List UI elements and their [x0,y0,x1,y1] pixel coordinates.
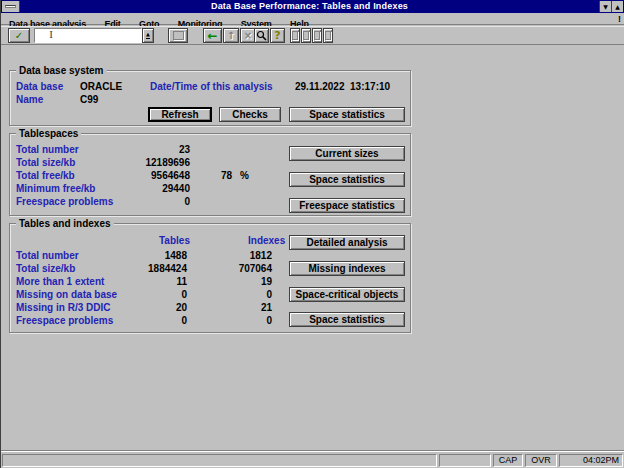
question-mark-icon: ? [274,29,280,42]
row-label: More than 1 extent [16,276,104,288]
previous-page-icon [303,31,309,40]
group-title: Data base system [16,65,107,76]
sap-window: Data Base Performance: Tables and Indexe… [0,0,624,468]
command-dropdown-button[interactable]: ▲ [142,28,154,43]
current-sizes-button[interactable]: Current sizes [289,146,405,161]
system-menu-button[interactable] [2,1,20,12]
datetime-label: Date/Time of this analysis [150,81,273,93]
row-label: Total number [16,250,79,262]
find-button[interactable] [254,28,269,43]
db-row-name: Name C99 [10,94,410,106]
indexes-value: 707064 [192,263,272,275]
indexes-value: 1812 [192,250,272,262]
group-title: Tables and indexes [16,218,114,229]
previous-page-button [301,28,311,43]
first-page-icon [292,31,298,40]
tables-value: 1884424 [107,263,187,275]
tables-column-header: Tables [159,235,190,247]
tables-value: 20 [107,302,187,314]
indexes-value: 0 [192,315,272,327]
cancel-x-icon: × [244,30,252,41]
menu-bar: Data base analysis Edit Goto Monitoring … [1,13,624,25]
clock: 04:02PM [559,454,623,467]
free-percent-value: 78 [200,170,232,182]
row-value: 0 [70,196,190,208]
back-arrow-icon: ← [207,29,217,43]
ts-space-statistics-button[interactable]: Space statistics [289,172,405,187]
row-value: 29440 [70,183,190,195]
detailed-analysis-button[interactable]: Detailed analysis [289,235,405,250]
status-panel [439,454,491,467]
row-label: Total free/kb [16,170,75,182]
indexes-value: 21 [192,302,272,314]
row-label: Missing on data base [16,289,117,301]
maximize-button[interactable]: ▲ [611,1,623,12]
last-page-button [323,28,333,43]
row-value: 9564648 [70,170,190,182]
name-value: C99 [80,94,98,106]
save-button [168,28,188,43]
exit-arrow-icon: ↑ [227,30,235,41]
window-title: Data Base Performance: Tables and Indexe… [20,0,599,13]
row-value: 12189696 [70,157,190,169]
caps-lock-indicator: CAP [493,454,523,467]
title-bar: Data Base Performance: Tables and Indexe… [1,0,624,13]
overwrite-indicator: OVR [525,454,557,467]
system-menu-icon [5,5,16,8]
checks-button[interactable]: Checks [219,107,281,122]
tables-value: 0 [107,315,187,327]
indexes-column-header: Indexes [248,235,285,247]
group-title: Tablespaces [16,128,81,139]
indexes-value: 19 [192,276,272,288]
freespace-statistics-button[interactable]: Freespace statistics [289,198,405,213]
indexes-value: 0 [192,289,272,301]
save-icon [173,31,184,40]
exit-button: ↑ [223,28,239,43]
dropdown-arrow-icon: ▲ [146,32,150,39]
refresh-button[interactable]: Refresh [148,107,212,122]
next-page-button [312,28,322,43]
database-value: ORACLE [80,81,122,93]
first-page-button [290,28,300,43]
status-message-panel [2,454,437,467]
tables-value: 1488 [107,250,187,262]
percent-sign: % [240,170,249,182]
row-value: 23 [70,144,190,156]
group-database-system: Data base system Data base ORACLE Date/T… [9,70,411,126]
next-page-icon [314,31,320,40]
alert-indicator: ! [618,14,621,24]
database-label: Data base [16,81,63,93]
enter-button[interactable]: ✓ [8,28,30,43]
checkmark-icon: ✓ [15,30,23,41]
name-label: Name [16,94,43,106]
db-space-statistics-button[interactable]: Space statistics [289,107,405,122]
tables-value: 0 [107,289,187,301]
row-label: Total size/kb [16,157,75,169]
db-row-database: Data base ORACLE Date/Time of this analy… [10,81,410,93]
ti-space-statistics-button[interactable]: Space statistics [289,312,405,327]
row-label: Missing in R/3 DDIC [16,302,110,314]
group-tables-indexes: Tables and indexes Tables Indexes Total … [9,223,411,333]
last-page-icon [325,31,331,40]
datetime-value: 29.11.2022 13:17:10 [295,81,390,93]
help-button[interactable]: ? [270,28,285,43]
status-bar: CAP OVR 04:02PM [1,452,624,468]
tables-value: 11 [107,276,187,288]
toolbar: ✓ I ▲ ← ↑ × ? [1,26,624,45]
magnifier-icon [256,30,267,41]
back-button[interactable]: ← [203,28,222,43]
command-input[interactable] [34,28,142,43]
space-critical-objects-button[interactable]: Space-critical objects [289,287,405,302]
row-label: Total size/kb [16,263,75,275]
minimize-button[interactable]: ▼ [599,1,611,12]
row-label: Freespace problems [16,315,113,327]
group-tablespaces: Tablespaces Total number 23 Total size/k… [9,133,411,216]
missing-indexes-button[interactable]: Missing indexes [289,261,405,276]
